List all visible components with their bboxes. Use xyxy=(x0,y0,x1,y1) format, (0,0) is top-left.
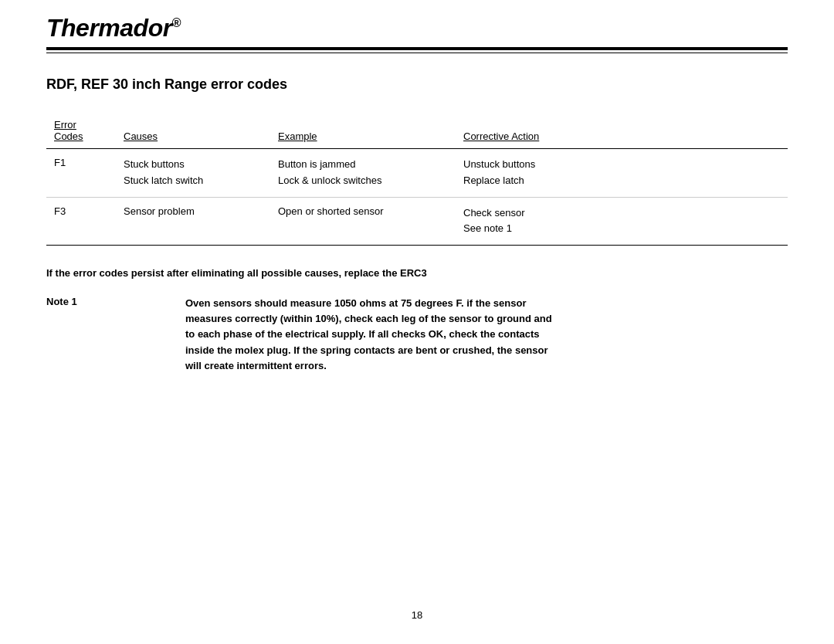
cell-causes-f3: Sensor problem xyxy=(116,197,270,246)
note-section: Note 1 Oven sensors should measure 1050 … xyxy=(46,296,788,374)
cause-f1-1: Stuck buttons xyxy=(124,157,263,173)
table-row: F3 Sensor problem Open or shorted sensor… xyxy=(46,197,788,246)
main-content: RDF, REF 30 inch Range error codes Error… xyxy=(0,53,834,405)
page-footer: 18 xyxy=(0,609,834,621)
example-f1-2: Lock & unlock switches xyxy=(278,173,448,189)
cell-corrective-f3: Check sensor See note 1 xyxy=(456,197,788,246)
causes-f1-text: Stuck buttons Stuck latch switch xyxy=(124,157,263,189)
page-title: RDF, REF 30 inch Range error codes xyxy=(46,76,788,93)
example-f1-1: Button is jammed xyxy=(278,157,448,173)
header-rule-thick xyxy=(46,47,788,50)
page-number: 18 xyxy=(412,609,422,621)
cell-example-f1: Button is jammed Lock & unlock switches xyxy=(270,149,456,198)
corrective-f3-2: See note 1 xyxy=(463,221,780,237)
cell-corrective-f1: Unstuck buttons Replace latch xyxy=(456,149,788,198)
cause-f1-2: Stuck latch switch xyxy=(124,173,263,189)
cause-f3-1: Sensor problem xyxy=(124,205,263,217)
note-label: Note 1 xyxy=(46,296,185,307)
cell-example-f3: Open or shorted sensor xyxy=(270,197,456,246)
brand-name: Thermador xyxy=(46,14,172,42)
note-text: Oven sensors should measure 1050 ohms at… xyxy=(185,296,556,374)
corrective-f1-2: Replace latch xyxy=(463,173,780,189)
col-header-code: Error Codes xyxy=(46,114,116,149)
corrective-f1-1: Unstuck buttons xyxy=(463,157,780,173)
example-f1-text: Button is jammed Lock & unlock switches xyxy=(278,157,448,189)
warning-text: If the error codes persist after elimina… xyxy=(46,267,788,279)
corrective-f1-text: Unstuck buttons Replace latch xyxy=(463,157,780,189)
error-table: Error Codes Causes Example Corrective Ac… xyxy=(46,114,788,246)
brand-title: Thermador® xyxy=(46,14,788,42)
table-header-row: Error Codes Causes Example Corrective Ac… xyxy=(46,114,788,149)
page-container: Thermador® RDF, REF 30 inch Range error … xyxy=(0,0,834,644)
cell-code-f3: F3 xyxy=(46,197,116,246)
cell-code-f1: F1 xyxy=(46,149,116,198)
col-header-corrective: Corrective Action xyxy=(456,114,788,149)
reg-symbol: ® xyxy=(172,16,181,29)
example-f3-1: Open or shorted sensor xyxy=(278,205,448,217)
col-header-causes: Causes xyxy=(116,114,270,149)
corrective-f3-1: Check sensor xyxy=(463,205,780,222)
corrective-f3-text: Check sensor See note 1 xyxy=(463,205,780,238)
cell-causes-f1: Stuck buttons Stuck latch switch xyxy=(116,149,270,198)
table-row: F1 Stuck buttons Stuck latch switch Butt… xyxy=(46,149,788,198)
header: Thermador® xyxy=(0,0,834,53)
col-header-example: Example xyxy=(270,114,456,149)
